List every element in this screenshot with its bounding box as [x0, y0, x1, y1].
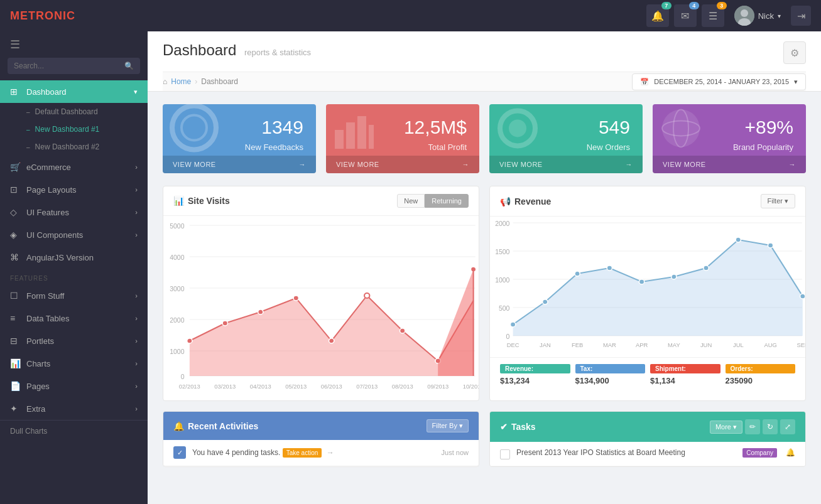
tax-badge: Tax:: [575, 364, 646, 373]
tab-new[interactable]: New: [397, 194, 425, 208]
check-icon: ✔: [500, 422, 508, 432]
svg-text:0: 0: [506, 333, 510, 340]
svg-text:5000: 5000: [170, 223, 185, 230]
stat-profit-footer-text: VIEW MORE: [336, 161, 379, 168]
pages-icon: 📄: [10, 381, 21, 391]
sidebar-sub-default-dashboard[interactable]: Default Dashboard: [26, 103, 148, 121]
svg-text:07/2013: 07/2013: [356, 383, 378, 390]
site-visits-tabs: New Returning: [397, 194, 469, 208]
chevron-right-icon: ›: [135, 292, 138, 299]
refresh-button[interactable]: ↻: [763, 419, 778, 434]
sidebar-item-page-layouts[interactable]: ⊡ Page Layouts ›: [0, 178, 148, 201]
sidebar-item-form-stuff-label: Form Stuff: [26, 291, 64, 301]
chevron-right-icon: ›: [135, 163, 138, 171]
sidebar-item-portlets[interactable]: ⊟ Portlets ›: [0, 330, 148, 352]
take-action-badge[interactable]: Take action: [283, 448, 322, 458]
activity-checkbox[interactable]: ✓: [173, 446, 186, 459]
logout-button[interactable]: ⇥: [791, 6, 811, 26]
sidebar-item-form-stuff[interactable]: ☐ Form Stuff ›: [0, 284, 148, 307]
site-visits-body: 5000 4000 3000 2000 1000 0: [163, 216, 479, 400]
sidebar-item-charts-label: Charts: [26, 359, 50, 368]
dull-charts-label: Dull Charts: [0, 420, 148, 442]
svg-text:2000: 2000: [495, 220, 510, 227]
svg-text:FEB: FEB: [572, 342, 583, 348]
orders-badge: Orders:: [726, 364, 796, 373]
messages-button[interactable]: ✉ 4: [674, 4, 697, 27]
tasks-header: ✔ Tasks More ▾ ✏ ↻: [490, 412, 805, 442]
logout-icon: ⇥: [797, 10, 805, 22]
tax-value: $134,900: [575, 376, 646, 385]
sidebar-item-pages[interactable]: 📄 Pages ›: [0, 375, 148, 397]
edit-button[interactable]: ✏: [745, 419, 760, 434]
sidebar-item-ui-features[interactable]: ◇ UI Features ›: [0, 201, 148, 223]
svg-point-64: [704, 265, 709, 271]
avatar: [734, 6, 754, 26]
sidebar-item-ui-components[interactable]: ◈ UI Components ›: [0, 223, 148, 246]
breadcrumb-separator: ›: [195, 77, 197, 86]
megaphone-icon: 📢: [500, 196, 511, 206]
sidebar-item-dashboard[interactable]: ⊞ Dashboard ▾: [0, 80, 148, 103]
svg-marker-57: [513, 240, 803, 336]
task-text: Present 2013 Year IPO Statistics at Boar…: [516, 448, 736, 457]
tasks-icon: ☰: [709, 10, 717, 22]
chevron-down-icon: ▾: [134, 88, 138, 96]
activity-text: You have 4 pending tasks. Take action →: [192, 448, 430, 457]
filter-by-button[interactable]: Filter By ▾: [427, 419, 469, 432]
svg-point-1: [741, 9, 748, 17]
user-menu[interactable]: Nick ▾: [734, 6, 781, 26]
sidebar-sub-new-dashboard-1[interactable]: New Dashboard #1: [26, 121, 148, 138]
page-title-area: Dashboard reports & statistics: [163, 41, 311, 59]
svg-text:1500: 1500: [495, 249, 510, 255]
revenue-filter-button[interactable]: Filter ▾: [761, 194, 796, 208]
tab-returning[interactable]: Returning: [425, 194, 469, 208]
sidebar-sub-new-dashboard-2[interactable]: New Dashboard #2: [26, 138, 148, 156]
brand-suffix: NIC: [54, 9, 75, 22]
svg-text:4000: 4000: [170, 254, 185, 261]
task-checkbox[interactable]: [500, 449, 510, 459]
svg-point-67: [800, 294, 805, 299]
svg-text:MAY: MAY: [668, 342, 680, 348]
page-subtitle: reports & statistics: [244, 48, 311, 57]
recent-activities-panel: 🔔 Recent Activities Filter By ▾ ✓: [163, 411, 479, 467]
settings-gear-button[interactable]: ⚙: [783, 41, 806, 64]
main-content: Dashboard reports & statistics ⚙ ⌂ Home …: [148, 31, 821, 504]
sidebar: ☰ 🔍 ⊞ Dashboard ▾ Default Dashboard New …: [0, 31, 148, 504]
brand-logo[interactable]: METRONIC: [10, 9, 75, 23]
sidebar-sub-default-dashboard-label: Default Dashboard: [35, 107, 98, 116]
search-icon: 🔍: [124, 62, 134, 70]
stat-orders-footer-text: VIEW MORE: [499, 161, 543, 168]
more-button[interactable]: More ▾: [710, 421, 742, 434]
sidebar-item-data-tables[interactable]: ≡ Data Tables ›: [0, 307, 148, 330]
notifications-button[interactable]: 🔔 7: [646, 4, 669, 27]
chevron-down-icon: ▾: [459, 422, 463, 429]
expand-button[interactable]: ⤢: [780, 419, 795, 434]
features-section-label: FEATURES: [0, 269, 148, 284]
chevron-right-icon: ›: [135, 231, 138, 239]
notifications-badge: 7: [661, 2, 671, 9]
search-input[interactable]: [14, 62, 124, 70]
tasks-button[interactable]: ☰ 3: [702, 4, 724, 27]
filter-by-label: Filter By: [432, 422, 457, 429]
components-icon: ◈: [10, 230, 21, 240]
activity-item: ✓ You have 4 pending tasks. Take action …: [163, 440, 479, 466]
date-range-button[interactable]: 📅 DECEMBER 25, 2014 - JANUARY 23, 2015 ▾: [632, 73, 806, 90]
svg-point-65: [736, 237, 741, 242]
svg-text:03/2013: 03/2013: [214, 383, 236, 390]
sidebar-item-angularjs[interactable]: ⌘ AngularJS Version: [0, 246, 148, 269]
legend-revenue: Revenue: $13,234: [500, 364, 570, 385]
sidebar-item-charts[interactable]: 📊 Charts ›: [0, 352, 148, 375]
sidebar-item-extra[interactable]: ✦ Extra ›: [0, 397, 148, 420]
diamond-icon: ◇: [10, 207, 21, 217]
sidebar-item-portlets-label: Portlets: [26, 336, 54, 346]
svg-text:MAR: MAR: [603, 342, 616, 348]
sidebar-sub-new-dashboard-2-label: New Dashboard #2: [35, 142, 100, 151]
sidebar-toggle-button[interactable]: ☰: [0, 31, 148, 58]
revenue-legend: Revenue: $13,234 Tax: $134,900 Shipment:…: [490, 357, 805, 392]
expand-icon: ⤢: [785, 422, 791, 431]
portlets-icon: ⊟: [10, 336, 21, 346]
home-icon: ⌂: [163, 77, 167, 86]
svg-point-31: [329, 338, 334, 343]
sidebar-item-ecommerce[interactable]: 🛒 eCommerce ›: [0, 156, 148, 178]
breadcrumb-home[interactable]: Home: [171, 77, 191, 86]
shipment-value: $1,134: [650, 376, 720, 385]
